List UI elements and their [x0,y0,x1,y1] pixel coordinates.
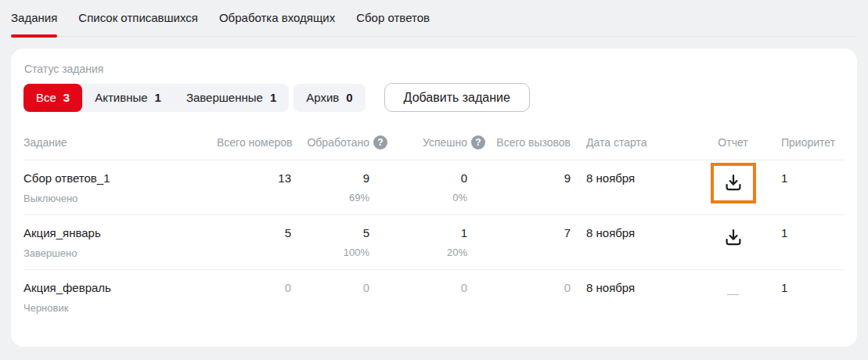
total-calls-cell: 9 [467,160,571,215]
successful-percent: 0% [369,192,467,203]
download-icon [722,172,744,194]
priority-cell: 1 [770,215,845,270]
priority-cell: 1 [770,270,845,325]
filter-all-label: Все [36,91,56,104]
header-report: Отчет [696,133,770,160]
filter-active-label: Активные [95,91,147,104]
filter-completed[interactable]: Завершенные 1 [174,84,289,112]
total-calls-cell: 0 [467,270,571,325]
header-processed-label: Обработано [307,136,369,149]
header-priority: Приоритет [770,133,845,160]
add-task-button[interactable]: Добавить задание [384,83,530,112]
task-cell: Сбор ответов_1 Выключено [23,160,217,215]
processed-cell: 5 100% [291,215,369,270]
filter-controls: Все 3 Активные 1 Завершенные 1 Архив 0 Д… [23,83,845,112]
successful-cell: 0 [369,270,467,325]
processed-value: 9 [291,171,369,185]
tab-answers-collection[interactable]: Сбор ответов [356,0,430,36]
filter-archive-label: Архив [306,91,339,104]
processed-cell: 0 [291,270,369,325]
header-start-date: Дата старта [571,133,696,160]
download-report-button[interactable] [711,163,756,203]
start-date-cell: 8 ноября [571,270,696,325]
tab-incoming-processing[interactable]: Обработка входящих [219,0,335,36]
successful-cell: 1 20% [369,215,467,270]
tasks-card: Статус задания Все 3 Активные 1 Завершен… [11,49,857,347]
table-row[interactable]: Акция_февраль Черновик 0 0 0 0 8 ноября … [23,270,845,325]
filter-completed-label: Завершенные [186,91,263,104]
task-status: Завершено [23,247,217,259]
status-filter-group: Все 3 Активные 1 Завершенные 1 [23,84,289,112]
start-date-cell: 8 ноября [571,160,696,215]
task-cell: Акция_январь Завершено [23,215,217,270]
task-status: Черновик [23,302,217,314]
help-icon[interactable]: ? [471,135,485,149]
processed-percent: 69% [291,192,369,203]
priority-cell: 1 [770,160,845,215]
successful-value: 0 [369,171,467,185]
processed-percent: 100% [291,247,369,258]
table-row[interactable]: Сбор ответов_1 Выключено 13 9 69% 0 0% 9… [23,160,845,215]
filter-archive[interactable]: Архив 0 [294,84,365,112]
filter-all-count: 3 [63,91,70,104]
successful-value: 1 [369,226,467,239]
successful-cell: 0 0% [369,160,467,215]
table-row[interactable]: Акция_январь Завершено 5 5 100% 1 20% 7 … [23,215,845,270]
header-processed: Обработано? [291,133,369,160]
header-task: Задание [23,133,217,160]
report-cell [696,215,770,270]
total-numbers-cell: 5 [217,215,291,270]
total-numbers-cell: 0 [217,270,291,325]
download-icon [722,227,744,249]
no-report-placeholder: — [711,272,756,313]
status-filter-label: Статус задания [24,63,845,75]
tasks-table: Задание Всего номеров Обработано? Успешн… [23,133,845,325]
task-cell: Акция_февраль Черновик [23,270,217,325]
task-status: Выключено [23,193,217,204]
filter-completed-count: 1 [270,91,276,104]
table-header-row: Задание Всего номеров Обработано? Успешн… [23,133,845,160]
report-cell: — [696,270,770,325]
dash-placeholder: — [727,286,739,300]
tab-unsubscribed-list[interactable]: Список отписавшихся [78,0,198,36]
top-tab-bar: Задания Список отписавшихся Обработка вх… [11,0,857,37]
total-calls-cell: 7 [467,215,571,270]
header-successful-label: Успешно [423,136,467,149]
help-icon[interactable]: ? [373,135,387,149]
header-total-numbers: Всего номеров [217,133,291,160]
filter-all[interactable]: Все 3 [23,84,82,112]
report-cell [696,160,770,215]
task-name: Акция_январь [23,226,217,239]
successful-percent: 20% [369,247,467,258]
processed-value: 5 [291,226,369,239]
task-name: Сбор ответов_1 [23,171,217,185]
task-name: Акция_февраль [23,281,217,294]
filter-active-count: 1 [155,91,161,104]
tab-tasks[interactable]: Задания [11,0,57,36]
processed-cell: 9 69% [291,160,369,215]
download-report-button[interactable] [711,218,756,258]
filter-active[interactable]: Активные 1 [82,84,174,112]
start-date-cell: 8 ноября [571,215,696,270]
filter-archive-count: 0 [346,91,352,104]
total-numbers-cell: 13 [217,160,291,215]
